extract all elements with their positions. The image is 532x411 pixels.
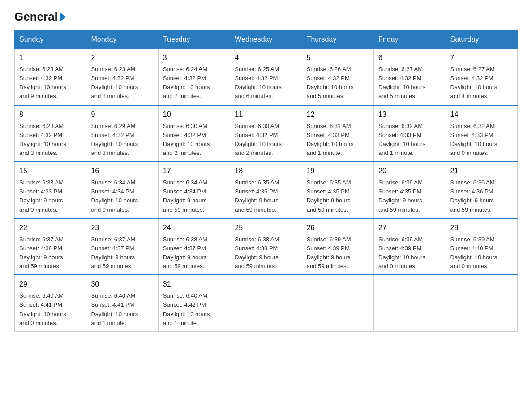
- column-header-tuesday: Tuesday: [158, 31, 230, 49]
- day-number: 24: [163, 223, 225, 233]
- week-row-1: 1 Sunrise: 6:23 AMSunset: 4:32 PMDayligh…: [15, 48, 518, 105]
- day-info: Sunrise: 6:39 AMSunset: 4:39 PMDaylight:…: [378, 236, 425, 270]
- calendar-cell: 4 Sunrise: 6:25 AMSunset: 4:32 PMDayligh…: [230, 48, 302, 105]
- day-number: 16: [91, 166, 153, 176]
- day-number: 4: [235, 52, 297, 63]
- calendar-cell: 7 Sunrise: 6:27 AMSunset: 4:32 PMDayligh…: [446, 48, 517, 105]
- calendar-table: SundayMondayTuesdayWednesdayThursdayFrid…: [14, 30, 518, 332]
- day-number: 14: [450, 109, 513, 120]
- page-header: General: [14, 11, 518, 22]
- calendar-cell: 24 Sunrise: 6:38 AMSunset: 4:37 PMDaylig…: [158, 218, 230, 275]
- calendar-cell: 30 Sunrise: 6:40 AMSunset: 4:41 PMDaylig…: [86, 275, 158, 331]
- calendar-cell: 21 Sunrise: 6:36 AMSunset: 4:36 PMDaylig…: [446, 162, 517, 218]
- calendar-cell: 3 Sunrise: 6:24 AMSunset: 4:32 PMDayligh…: [158, 48, 230, 105]
- day-info: Sunrise: 6:33 AMSunset: 4:33 PMDaylight:…: [19, 179, 64, 213]
- column-header-saturday: Saturday: [446, 31, 517, 49]
- day-number: 2: [91, 52, 153, 63]
- calendar-cell: 6 Sunrise: 6:27 AMSunset: 4:32 PMDayligh…: [374, 48, 446, 105]
- day-info: Sunrise: 6:24 AMSunset: 4:32 PMDaylight:…: [163, 66, 210, 99]
- day-info: Sunrise: 6:40 AMSunset: 4:41 PMDaylight:…: [19, 292, 66, 326]
- day-info: Sunrise: 6:32 AMSunset: 4:33 PMDaylight:…: [450, 123, 498, 156]
- calendar-cell: 5 Sunrise: 6:26 AMSunset: 4:32 PMDayligh…: [302, 48, 373, 105]
- day-number: 13: [378, 109, 441, 120]
- week-row-3: 15 Sunrise: 6:33 AMSunset: 4:33 PMDaylig…: [15, 162, 518, 218]
- day-number: 31: [163, 279, 225, 290]
- calendar-cell: 27 Sunrise: 6:39 AMSunset: 4:39 PMDaylig…: [374, 218, 446, 275]
- day-number: 28: [450, 223, 513, 233]
- calendar-cell: [302, 275, 373, 331]
- calendar-cell: 20 Sunrise: 6:36 AMSunset: 4:35 PMDaylig…: [374, 162, 446, 218]
- calendar-cell: 17 Sunrise: 6:34 AMSunset: 4:34 PMDaylig…: [158, 162, 230, 218]
- day-info: Sunrise: 6:39 AMSunset: 4:40 PMDaylight:…: [450, 236, 498, 270]
- day-info: Sunrise: 6:36 AMSunset: 4:36 PMDaylight:…: [450, 179, 495, 213]
- day-number: 3: [163, 52, 225, 63]
- calendar-cell: 10 Sunrise: 6:30 AMSunset: 4:32 PMDaylig…: [158, 105, 230, 162]
- calendar-cell: 14 Sunrise: 6:32 AMSunset: 4:33 PMDaylig…: [446, 105, 517, 162]
- day-number: 18: [235, 166, 297, 176]
- calendar-cell: 29 Sunrise: 6:40 AMSunset: 4:41 PMDaylig…: [15, 275, 86, 331]
- day-info: Sunrise: 6:38 AMSunset: 4:38 PMDaylight:…: [235, 236, 279, 270]
- day-number: 23: [91, 223, 153, 233]
- day-number: 17: [163, 166, 225, 176]
- calendar-cell: 16 Sunrise: 6:34 AMSunset: 4:34 PMDaylig…: [86, 162, 158, 218]
- calendar-cell: [446, 275, 517, 331]
- day-number: 21: [450, 166, 513, 176]
- column-header-wednesday: Wednesday: [230, 31, 302, 49]
- day-number: 25: [235, 223, 297, 233]
- day-number: 6: [378, 52, 441, 63]
- day-info: Sunrise: 6:37 AMSunset: 4:37 PMDaylight:…: [91, 236, 135, 270]
- day-number: 12: [307, 109, 369, 120]
- calendar-cell: 2 Sunrise: 6:23 AMSunset: 4:32 PMDayligh…: [86, 48, 158, 105]
- calendar-cell: 31 Sunrise: 6:40 AMSunset: 4:42 PMDaylig…: [158, 275, 230, 331]
- day-info: Sunrise: 6:29 AMSunset: 4:32 PMDaylight:…: [91, 123, 138, 156]
- calendar-cell: 18 Sunrise: 6:35 AMSunset: 4:35 PMDaylig…: [230, 162, 302, 218]
- day-number: 30: [91, 279, 153, 290]
- week-row-5: 29 Sunrise: 6:40 AMSunset: 4:41 PMDaylig…: [15, 275, 518, 331]
- week-row-2: 8 Sunrise: 6:28 AMSunset: 4:32 PMDayligh…: [15, 105, 518, 162]
- week-row-4: 22 Sunrise: 6:37 AMSunset: 4:36 PMDaylig…: [15, 218, 518, 275]
- calendar-cell: 28 Sunrise: 6:39 AMSunset: 4:40 PMDaylig…: [446, 218, 517, 275]
- logo: General: [14, 11, 66, 22]
- calendar-cell: 1 Sunrise: 6:23 AMSunset: 4:32 PMDayligh…: [15, 48, 86, 105]
- day-number: 26: [307, 223, 369, 233]
- day-number: 27: [378, 223, 441, 233]
- day-number: 22: [19, 223, 82, 233]
- day-info: Sunrise: 6:30 AMSunset: 4:32 PMDaylight:…: [235, 123, 282, 156]
- day-info: Sunrise: 6:35 AMSunset: 4:35 PMDaylight:…: [307, 179, 351, 213]
- day-number: 11: [235, 109, 297, 120]
- calendar-cell: 25 Sunrise: 6:38 AMSunset: 4:38 PMDaylig…: [230, 218, 302, 275]
- day-info: Sunrise: 6:40 AMSunset: 4:41 PMDaylight:…: [91, 292, 138, 326]
- day-info: Sunrise: 6:38 AMSunset: 4:37 PMDaylight:…: [163, 236, 207, 270]
- calendar-cell: 12 Sunrise: 6:31 AMSunset: 4:33 PMDaylig…: [302, 105, 373, 162]
- day-number: 1: [19, 52, 82, 63]
- day-number: 5: [307, 52, 369, 63]
- day-number: 20: [378, 166, 441, 176]
- day-info: Sunrise: 6:26 AMSunset: 4:32 PMDaylight:…: [307, 66, 354, 99]
- calendar-header-row: SundayMondayTuesdayWednesdayThursdayFrid…: [15, 31, 518, 49]
- day-number: 7: [450, 52, 513, 63]
- day-info: Sunrise: 6:23 AMSunset: 4:32 PMDaylight:…: [91, 66, 138, 99]
- day-info: Sunrise: 6:23 AMSunset: 4:32 PMDaylight:…: [19, 66, 66, 99]
- day-info: Sunrise: 6:34 AMSunset: 4:34 PMDaylight:…: [91, 179, 138, 213]
- day-number: 9: [91, 109, 153, 120]
- calendar-cell: 22 Sunrise: 6:37 AMSunset: 4:36 PMDaylig…: [15, 218, 86, 275]
- column-header-monday: Monday: [86, 31, 158, 49]
- day-info: Sunrise: 6:34 AMSunset: 4:34 PMDaylight:…: [163, 179, 207, 213]
- day-number: 19: [307, 166, 369, 176]
- column-header-thursday: Thursday: [302, 31, 373, 49]
- calendar-cell: [374, 275, 446, 331]
- calendar-cell: 9 Sunrise: 6:29 AMSunset: 4:32 PMDayligh…: [86, 105, 158, 162]
- day-info: Sunrise: 6:30 AMSunset: 4:32 PMDaylight:…: [163, 123, 210, 156]
- day-info: Sunrise: 6:37 AMSunset: 4:36 PMDaylight:…: [19, 236, 64, 270]
- day-info: Sunrise: 6:39 AMSunset: 4:39 PMDaylight:…: [307, 236, 351, 270]
- day-info: Sunrise: 6:40 AMSunset: 4:42 PMDaylight:…: [163, 292, 210, 326]
- calendar-cell: [230, 275, 302, 331]
- calendar-cell: 8 Sunrise: 6:28 AMSunset: 4:32 PMDayligh…: [15, 105, 86, 162]
- calendar-cell: 26 Sunrise: 6:39 AMSunset: 4:39 PMDaylig…: [302, 218, 373, 275]
- day-info: Sunrise: 6:27 AMSunset: 4:32 PMDaylight:…: [450, 66, 498, 99]
- column-header-friday: Friday: [374, 31, 446, 49]
- day-info: Sunrise: 6:25 AMSunset: 4:32 PMDaylight:…: [235, 66, 282, 99]
- day-info: Sunrise: 6:31 AMSunset: 4:33 PMDaylight:…: [307, 123, 354, 156]
- day-info: Sunrise: 6:27 AMSunset: 4:32 PMDaylight:…: [378, 66, 425, 99]
- logo-general-text: General: [14, 11, 66, 22]
